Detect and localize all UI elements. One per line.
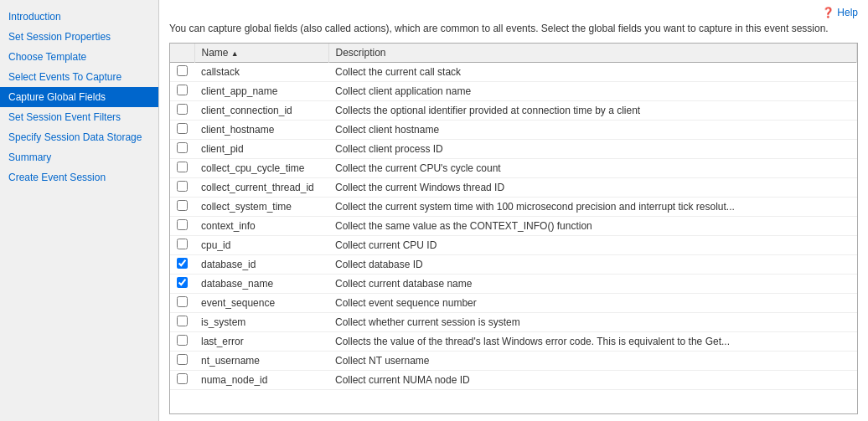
row-name: event_sequence	[194, 293, 328, 312]
row-name: collect_current_thread_id	[194, 177, 328, 197]
table-row: is_systemCollect whether current session…	[170, 312, 857, 331]
row-checkbox[interactable]	[177, 219, 188, 230]
row-checkbox-cell	[170, 62, 194, 81]
sidebar-item-capture-global-fields[interactable]: Capture Global Fields	[0, 87, 158, 107]
row-checkbox[interactable]	[177, 296, 188, 307]
row-checkbox-cell	[170, 120, 194, 139]
row-checkbox-cell	[170, 216, 194, 235]
row-name: collect_system_time	[194, 197, 328, 216]
row-description: Collect event sequence number	[328, 293, 857, 312]
row-checkbox[interactable]	[177, 200, 188, 211]
checkbox-column-header	[170, 44, 194, 63]
table-row: client_hostnameCollect client hostname	[170, 120, 857, 139]
table-row: cpu_idCollect current CPU ID	[170, 235, 857, 254]
row-checkbox[interactable]	[177, 373, 188, 384]
row-name: collect_cpu_cycle_time	[194, 158, 328, 177]
row-checkbox[interactable]	[177, 65, 188, 76]
row-checkbox-cell	[170, 293, 194, 312]
row-description: Collect database ID	[328, 254, 857, 274]
row-checkbox[interactable]	[177, 142, 188, 153]
row-checkbox-cell	[170, 351, 194, 370]
row-checkbox-cell	[170, 274, 194, 293]
help-label: Help	[837, 7, 858, 18]
row-checkbox[interactable]	[177, 162, 188, 172]
row-description: Collects the optional identifier provide…	[328, 100, 857, 120]
table-body: callstackCollect the current call stackc…	[170, 62, 857, 389]
table-row: database_nameCollect current database na…	[170, 274, 857, 293]
row-checkbox-cell	[170, 177, 194, 197]
sidebar-item-introduction[interactable]: Introduction	[0, 7, 158, 27]
row-checkbox-cell	[170, 235, 194, 254]
sidebar-item-choose-template[interactable]: Choose Template	[0, 47, 158, 67]
row-name: callstack	[194, 62, 328, 81]
table-row: event_sequenceCollect event sequence num…	[170, 293, 857, 312]
row-checkbox[interactable]	[177, 277, 188, 288]
table-header-row: Name ▲ Description	[170, 44, 857, 63]
table-row: callstackCollect the current call stack	[170, 62, 857, 81]
row-checkbox[interactable]	[177, 316, 188, 326]
row-name: database_id	[194, 254, 328, 274]
table-row: context_infoCollect the same value as th…	[170, 216, 857, 235]
row-name: client_pid	[194, 139, 328, 158]
row-name: client_hostname	[194, 120, 328, 139]
row-checkbox-cell	[170, 139, 194, 158]
row-description: Collect whether current session is syste…	[328, 312, 857, 331]
row-checkbox-cell	[170, 81, 194, 100]
table-row: client_app_nameCollect client applicatio…	[170, 81, 857, 100]
row-description: Collect the same value as the CONTEXT_IN…	[328, 216, 857, 235]
row-description: Collect client hostname	[328, 120, 857, 139]
sort-icon: ▲	[231, 49, 239, 58]
row-name: is_system	[194, 312, 328, 331]
row-checkbox[interactable]	[177, 354, 188, 365]
help-icon: ❓	[822, 7, 834, 18]
row-checkbox[interactable]	[177, 335, 188, 346]
sidebar-item-specify-session-data-storage[interactable]: Specify Session Data Storage	[0, 127, 158, 147]
row-description: Collects the value of the thread's last …	[328, 331, 857, 351]
row-checkbox[interactable]	[177, 85, 188, 95]
row-name: client_app_name	[194, 81, 328, 100]
row-description: Collect NT username	[328, 351, 857, 370]
row-checkbox-cell	[170, 254, 194, 274]
row-name: client_connection_id	[194, 100, 328, 120]
table-row: collect_cpu_cycle_timeCollect the curren…	[170, 158, 857, 177]
row-checkbox[interactable]	[177, 104, 188, 115]
row-name: last_error	[194, 331, 328, 351]
table-row: client_pidCollect client process ID	[170, 139, 857, 158]
table-row: last_errorCollects the value of the thre…	[170, 331, 857, 351]
row-checkbox-cell	[170, 312, 194, 331]
table-row: collect_current_thread_idCollect the cur…	[170, 177, 857, 197]
table-row: database_idCollect database ID	[170, 254, 857, 274]
sidebar: IntroductionSet Session PropertiesChoose…	[0, 0, 159, 421]
table-row: nt_usernameCollect NT username	[170, 351, 857, 370]
row-description: Collect the current call stack	[328, 62, 857, 81]
main-content: ❓ Help You can capture global fields (al…	[159, 0, 868, 421]
row-name: numa_node_id	[194, 370, 328, 389]
name-column-header[interactable]: Name ▲	[194, 44, 328, 63]
row-checkbox[interactable]	[177, 123, 188, 134]
description-column-header: Description	[328, 44, 857, 63]
table-container: Name ▲ Description callstackCollect the …	[169, 43, 858, 414]
sidebar-item-set-session-properties[interactable]: Set Session Properties	[0, 27, 158, 47]
sidebar-item-summary[interactable]: Summary	[0, 147, 158, 167]
sidebar-item-create-event-session[interactable]: Create Event Session	[0, 167, 158, 187]
table-row: client_connection_idCollects the optiona…	[170, 100, 857, 120]
row-checkbox-cell	[170, 100, 194, 120]
sidebar-item-set-session-event-filters[interactable]: Set Session Event Filters	[0, 107, 158, 127]
row-description: Collect client application name	[328, 81, 857, 100]
row-name: context_info	[194, 216, 328, 235]
row-description: Collect the current Windows thread ID	[328, 177, 857, 197]
row-checkbox[interactable]	[177, 258, 188, 269]
row-description: Collect client process ID	[328, 139, 857, 158]
help-bar: ❓ Help	[169, 7, 858, 18]
row-checkbox[interactable]	[177, 239, 188, 249]
row-checkbox[interactable]	[177, 181, 188, 192]
row-name: cpu_id	[194, 235, 328, 254]
row-checkbox-cell	[170, 370, 194, 389]
help-link[interactable]: ❓ Help	[822, 7, 858, 18]
row-checkbox-cell	[170, 331, 194, 351]
row-description: Collect current CPU ID	[328, 235, 857, 254]
sidebar-item-select-events-to-capture[interactable]: Select Events To Capture	[0, 67, 158, 87]
description-text: You can capture global fields (also call…	[169, 22, 858, 36]
row-description: Collect current NUMA node ID	[328, 370, 857, 389]
row-description: Collect the current system time with 100…	[328, 197, 857, 216]
